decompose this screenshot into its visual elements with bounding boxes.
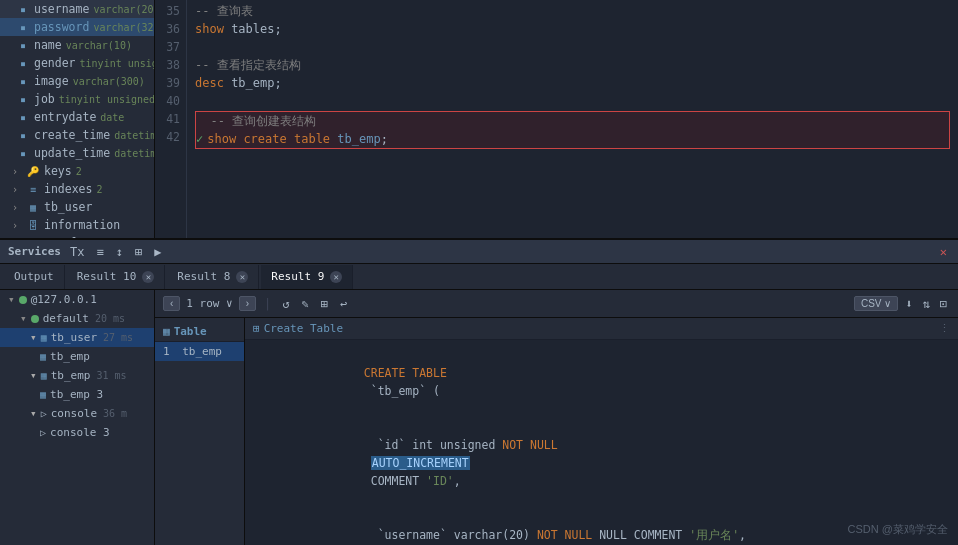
undo-icon[interactable]: ↩ bbox=[337, 295, 350, 313]
tx-icon[interactable]: Tx bbox=[67, 243, 87, 261]
sidebar-item-image[interactable]: ▪ image varchar(300) bbox=[0, 72, 154, 90]
more-icon[interactable]: ⋮ bbox=[939, 322, 950, 335]
line-numbers: 35 36 37 38 39 40 41 42 bbox=[155, 0, 187, 238]
tab-close-result8[interactable]: ✕ bbox=[236, 271, 248, 283]
field-icon: ▪ bbox=[16, 92, 30, 106]
chevron-right-icon: › bbox=[8, 182, 22, 196]
table-icon: ▦ bbox=[41, 370, 47, 381]
code-line-40 bbox=[195, 92, 950, 110]
chevron-right-icon: › bbox=[8, 164, 22, 178]
sql-icon: ⊞ bbox=[253, 322, 260, 335]
service-item-tb-emp-sub2[interactable]: ▦ tb_emp 3 bbox=[0, 385, 154, 404]
service-item-console[interactable]: ▾ ▷ console 36 m bbox=[0, 404, 154, 423]
add-row-icon[interactable]: ⊞ bbox=[318, 295, 331, 313]
code-line-36: show tables; bbox=[195, 20, 950, 38]
service-item-root[interactable]: ▾ @127.0.0.1 bbox=[0, 290, 154, 309]
connection-status-dot bbox=[19, 296, 27, 304]
edit-icon[interactable]: ✎ bbox=[299, 295, 312, 313]
sidebar-item-mysql[interactable]: › 🗄 mysql bbox=[0, 234, 154, 238]
tab-output[interactable]: Output bbox=[4, 265, 65, 289]
toolbar-right: CSV ∨ ⬇ ⇅ ⊡ bbox=[854, 295, 950, 313]
services-label: Services bbox=[8, 245, 61, 258]
sidebar-item-create-time[interactable]: ▪ create_time datetime bbox=[0, 126, 154, 144]
service-item-tb-emp[interactable]: ▾ ▦ tb_emp 31 ms bbox=[0, 366, 154, 385]
tab-result-9[interactable]: Result 9 ✕ bbox=[261, 265, 353, 289]
field-icon: ▪ bbox=[16, 128, 30, 142]
table-list-icon: ▦ bbox=[163, 325, 170, 338]
key-icon: 🔑 bbox=[26, 164, 40, 178]
download-icon[interactable]: ⬇ bbox=[902, 295, 915, 313]
chevron-down-icon: ▾ bbox=[8, 293, 15, 306]
sql-line-3: `username` varchar(20) NOT NULL NULL COM… bbox=[253, 508, 950, 545]
sidebar-item-entrydate[interactable]: ▪ entrydate date bbox=[0, 108, 154, 126]
editor-area: ▪ username varchar(20) ▪ password varcha… bbox=[0, 0, 958, 240]
sql-line-2: `id` int unsigned NOT NULL AUTO_INCREMEN… bbox=[253, 418, 950, 508]
results-toolbar: ‹ 1 row ∨ › | ↺ ✎ ⊞ ↩ CSV ∨ ⬇ ⇅ ⊡ bbox=[155, 290, 958, 318]
code-line-41: -- 查询创建表结构 bbox=[195, 111, 950, 130]
sidebar-item-username[interactable]: ▪ username varchar(20) bbox=[0, 0, 154, 18]
main-container: ▪ username varchar(20) ▪ password varcha… bbox=[0, 0, 958, 545]
sidebar-item-update-time[interactable]: ▪ update_time datetime bbox=[0, 144, 154, 162]
code-line-42: ✓ show create table tb_emp ; bbox=[195, 130, 950, 149]
field-icon: ▪ bbox=[16, 110, 30, 124]
results-panel: ‹ 1 row ∨ › | ↺ ✎ ⊞ ↩ CSV ∨ ⬇ ⇅ ⊡ bbox=[155, 290, 958, 545]
service-item-tb-user[interactable]: ▾ ▦ tb_user 27 ms bbox=[0, 328, 154, 347]
tab-close-result10[interactable]: ✕ bbox=[142, 271, 154, 283]
field-icon: ▪ bbox=[16, 146, 30, 160]
db-icon: 🗄 bbox=[26, 236, 40, 238]
service-item-tb-emp-sub1[interactable]: ▦ tb_emp bbox=[0, 347, 154, 366]
csv-export-button[interactable]: CSV ∨ bbox=[854, 296, 898, 311]
nav-prev-button[interactable]: ‹ bbox=[163, 296, 180, 311]
chevron-right-icon: › bbox=[8, 200, 22, 214]
sidebar-item-keys[interactable]: › 🔑 keys 2 bbox=[0, 162, 154, 180]
create-table-header: ⊞ Create Table ⋮ bbox=[245, 318, 958, 340]
chevron-right-icon: › bbox=[8, 218, 22, 232]
table-icon: ▦ bbox=[41, 332, 47, 343]
sort-filter-icon[interactable]: ⇅ bbox=[920, 295, 933, 313]
nav-next-button[interactable]: › bbox=[239, 296, 256, 311]
close-panel-icon[interactable]: ✕ bbox=[937, 243, 950, 261]
refresh-icon[interactable]: ↺ bbox=[279, 295, 292, 313]
sql-line-1: CREATE TABLE `tb_emp` ( bbox=[253, 346, 950, 418]
table-icon: ▦ bbox=[26, 200, 40, 214]
code-editor: 35 36 37 38 39 40 41 42 -- 查询表 sh bbox=[155, 0, 958, 238]
table-icon: ▦ bbox=[40, 351, 46, 362]
sidebar: ▪ username varchar(20) ▪ password varcha… bbox=[0, 0, 155, 238]
chevron-down-icon: ▾ bbox=[20, 312, 27, 325]
create-table-sql-content[interactable]: CREATE TABLE `tb_emp` ( `id` int unsigne… bbox=[245, 340, 958, 545]
bottom-panel: Services Tx ≡ ↕ ⊞ ▶ ✕ Output Result 10 ✕… bbox=[0, 240, 958, 545]
services-bar: Services Tx ≡ ↕ ⊞ ▶ ✕ bbox=[0, 240, 958, 264]
field-icon: ▪ bbox=[16, 2, 30, 16]
code-line-37 bbox=[195, 38, 950, 56]
field-icon: ▪ bbox=[16, 20, 30, 34]
service-item-default[interactable]: ▾ default 20 ms bbox=[0, 309, 154, 328]
list-icon[interactable]: ≡ bbox=[93, 243, 106, 261]
field-icon: ▪ bbox=[16, 74, 30, 88]
table-icon: ▦ bbox=[40, 389, 46, 400]
play-icon[interactable]: ▶ bbox=[151, 243, 164, 261]
chevron-right-icon: › bbox=[8, 236, 22, 238]
sidebar-item-indexes[interactable]: › ≡ indexes 2 bbox=[0, 180, 154, 198]
table-list-header: ▦ Table bbox=[155, 322, 244, 342]
row-info: 1 row ∨ bbox=[186, 297, 232, 310]
tab-result-8[interactable]: Result 8 ✕ bbox=[167, 265, 259, 289]
sort-icon[interactable]: ↕ bbox=[113, 243, 126, 261]
sidebar-item-information-schema[interactable]: › 🗄 information bbox=[0, 216, 154, 234]
sidebar-item-tb-user[interactable]: › ▦ tb_user bbox=[0, 198, 154, 216]
sidebar-item-name[interactable]: ▪ name varchar(10) bbox=[0, 36, 154, 54]
service-item-console-sub[interactable]: ▷ console 3 bbox=[0, 423, 154, 442]
sidebar-item-password[interactable]: ▪ password varchar(32) · ja... bbox=[0, 18, 154, 36]
field-icon: ▪ bbox=[16, 38, 30, 52]
tab-close-result9[interactable]: ✕ bbox=[330, 271, 342, 283]
columns-icon[interactable]: ⊡ bbox=[937, 295, 950, 313]
results-area: ▾ @127.0.0.1 ▾ default 20 ms ▾ ▦ tb_user… bbox=[0, 290, 958, 545]
sidebar-item-job[interactable]: ▪ job tinyint unsigned bbox=[0, 90, 154, 108]
tab-result-10[interactable]: Result 10 ✕ bbox=[67, 265, 166, 289]
results-content: ▦ Table 1 tb_emp ⊞ Create Table bbox=[155, 318, 958, 545]
table-list-item-tb-emp[interactable]: 1 tb_emp bbox=[155, 342, 244, 361]
schema-dot bbox=[31, 315, 39, 323]
sidebar-item-gender[interactable]: ▪ gender tinyint unsigned bbox=[0, 54, 154, 72]
grid-icon[interactable]: ⊞ bbox=[132, 243, 145, 261]
code-content[interactable]: -- 查询表 show tables; -- 查看指定表结构 bbox=[187, 0, 958, 238]
code-line-39: desc tb_emp; bbox=[195, 74, 950, 92]
